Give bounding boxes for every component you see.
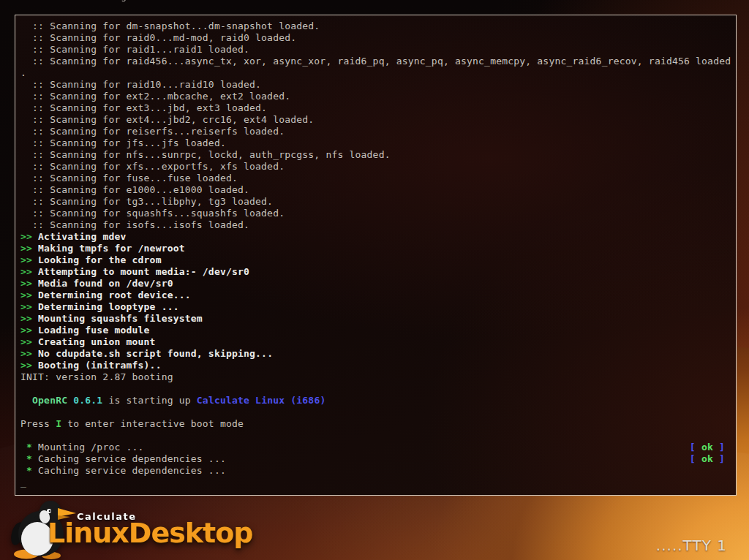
console-line: >> Media found on /dev/sr0 xyxy=(20,278,731,290)
console-line: :: Scanning for tg3...libphy, tg3 loaded… xyxy=(20,196,731,208)
console-line: >> Activating mdev xyxy=(20,231,731,243)
console-line: >> Attempting to mount media:- /dev/sr0 xyxy=(20,266,731,278)
console-line: >> Creating union mount xyxy=(20,336,731,348)
console-line: :: Scanning for raid456...async_tx, xor,… xyxy=(20,56,731,67)
console-line: >> No cdupdate.sh script found, skipping… xyxy=(20,348,731,360)
console-line: :: Scanning for ext2...mbcache, ext2 loa… xyxy=(20,91,731,102)
console-line: :: Scanning for ext4...jbd2, crc16, ext4… xyxy=(20,114,731,126)
console-line: :: Scanning for isofs...isofs loaded. xyxy=(20,219,731,231)
console-line: . xyxy=(20,67,731,79)
console-line: >> Determining root device... xyxy=(20,290,731,301)
console-line: * Caching service dependencies ...[ ok ] xyxy=(20,453,731,465)
console-line: >> Determining looptype ... xyxy=(20,301,731,313)
boot-splash-screen: :: Scanning for dm-mod...dm-mod loaded. … xyxy=(0,0,749,560)
tty-indicator: .....TTY 1 xyxy=(656,537,727,554)
status-ok-badge: [ ok ] xyxy=(690,453,725,465)
console-line: :: Scanning for reiserfs...reiserfs load… xyxy=(20,126,731,137)
console-line: :: Scanning for fuse...fuse loaded. xyxy=(20,173,731,184)
console-line: >> Mounting squashfs filesystem xyxy=(20,313,731,325)
console-line: :: Scanning for ext3...jbd, ext3 loaded. xyxy=(20,102,731,114)
console-line: Press I to enter interactive boot mode xyxy=(20,418,731,430)
console-line: >> Making tmpfs for /newroot xyxy=(20,243,731,254)
console-line: * Mounting /proc ...[ ok ] xyxy=(20,442,731,453)
console-line: INIT: version 2.87 booting xyxy=(20,371,731,383)
console-line: :: Scanning for xfs...exportfs, xfs load… xyxy=(20,161,731,173)
console-line: :: Scanning for raid1...raid1 loaded. xyxy=(20,44,731,56)
boot-console: :: Scanning for dm-snapshot...dm-snapsho… xyxy=(15,15,737,496)
console-line: :: Scanning for e1000...e1000 loaded. xyxy=(20,184,731,196)
status-ok-badge: [ ok ] xyxy=(690,442,725,453)
console-line: :: Scanning for squashfs...squashfs load… xyxy=(20,208,731,219)
calculate-linux-logo: Calculate LinuxDesktop xyxy=(6,497,225,560)
console-line: _ xyxy=(20,477,731,488)
brand-linuxdesktop-label: LinuxDesktop xyxy=(48,517,253,549)
console-line: :: Scanning for raid10...raid10 loaded. xyxy=(20,79,731,91)
console-lines: :: Scanning for dm-snapshot...dm-snapsho… xyxy=(15,15,736,495)
console-line: :: Scanning for jfs...jfs loaded. xyxy=(20,137,731,149)
console-line xyxy=(20,406,731,418)
console-line: :: Scanning for nfs...sunrpc, lockd, aut… xyxy=(20,149,731,161)
console-line: :: Scanning for raid0...md-mod, raid0 lo… xyxy=(20,32,731,44)
console-line: >> Booting (initramfs).. xyxy=(20,360,731,371)
console-line: * Caching service dependencies ... xyxy=(20,465,731,477)
console-line: >> Looking for the cdrom xyxy=(20,254,731,266)
console-line: :: Scanning for dm-snapshot...dm-snapsho… xyxy=(20,20,731,32)
console-line: >> Loading fuse module xyxy=(20,325,731,336)
console-line: OpenRC 0.6.1 is starting up Calculate Li… xyxy=(20,395,731,406)
clipped-scroll-line: :: Scanning for dm-mod...dm-mod loaded. xyxy=(62,0,516,2)
console-line xyxy=(20,383,731,395)
console-line xyxy=(20,430,731,442)
